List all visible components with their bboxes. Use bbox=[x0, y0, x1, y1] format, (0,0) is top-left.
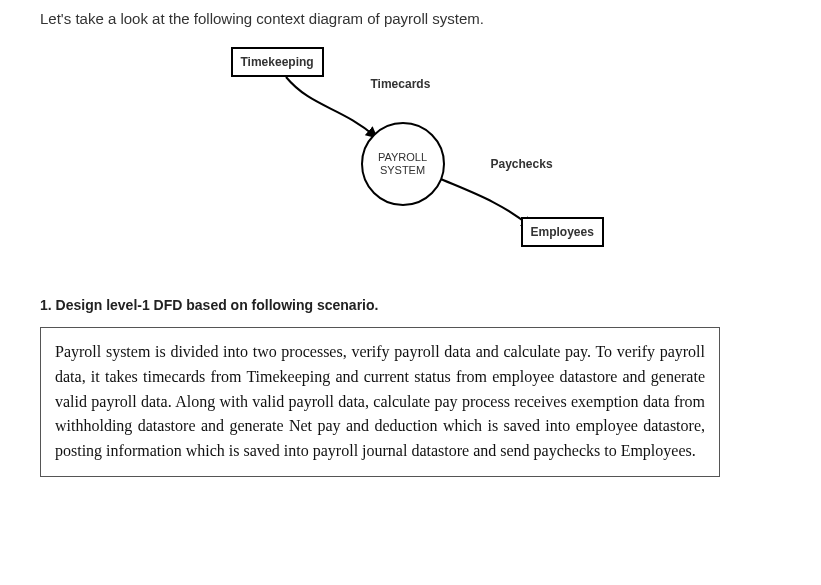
scenario-text: Payroll system is divided into two proce… bbox=[55, 340, 705, 464]
document-page: Let's take a look at the following conte… bbox=[0, 0, 821, 585]
flow-label-paychecks: Paychecks bbox=[491, 157, 553, 171]
external-entity-employees: Employees bbox=[521, 217, 604, 247]
question-heading: 1. Design level-1 DFD based on following… bbox=[40, 297, 781, 313]
process-payroll-system: PAYROLLSYSTEM bbox=[361, 122, 445, 206]
process-label: PAYROLLSYSTEM bbox=[378, 151, 427, 177]
scenario-box: Payroll system is divided into two proce… bbox=[40, 327, 720, 477]
external-entity-timekeeping: Timekeeping bbox=[231, 47, 324, 77]
flow-label-timecards: Timecards bbox=[371, 77, 431, 91]
context-diagram: Timekeeping PAYROLLSYSTEM Employees Time… bbox=[231, 47, 591, 267]
intro-paragraph: Let's take a look at the following conte… bbox=[40, 10, 781, 27]
